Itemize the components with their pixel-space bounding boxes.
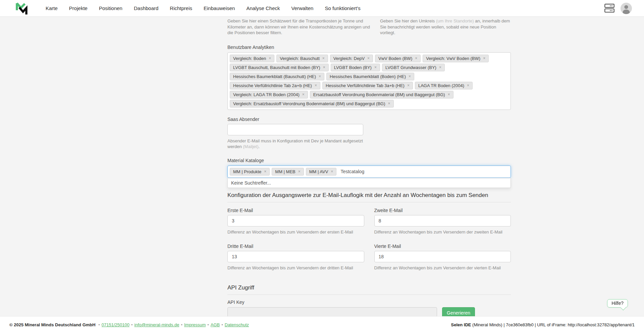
nav-item-karte[interactable]: Karte (46, 5, 58, 11)
catalog-tag-label: MM | AVV (309, 169, 328, 175)
footer-separator: • (131, 322, 133, 327)
footer: © 2025 Mineral Minds Deutschland GmbH •0… (0, 316, 644, 333)
tag-remove-icon[interactable]: × (483, 56, 485, 61)
email-field-label: Zweite E-Mail (374, 208, 511, 213)
analytics-tag: Vergleich: VwV Boden (BW)× (423, 55, 489, 62)
email-config-divider (227, 202, 511, 202)
analytics-tag-label: LVGBT Grundwasser (BY) (385, 65, 436, 70)
email-field-help: Differenz an Wochentagen bis zum Versend… (227, 265, 364, 271)
nav-item-projekte[interactable]: Projekte (69, 5, 88, 11)
saas-help-muted: (Mailjet) (243, 144, 258, 149)
footer-link-agb[interactable]: AGB (211, 322, 220, 327)
material-catalogs-multiselect[interactable]: MM | Produkte×MM | MEB×MM | AVV×Testcata… (227, 165, 511, 178)
tag-remove-icon[interactable]: × (448, 92, 450, 97)
email-field-help: Differenz an Wochentagen bis zum Versend… (374, 229, 511, 235)
ide-name: Selen IDE (451, 322, 471, 327)
saas-sender-input[interactable] (227, 124, 363, 135)
catalog-tag: MM | MEB× (272, 168, 304, 176)
analytics-label: Benutzbare Analytiken (227, 45, 511, 50)
zweite-e-mail-input[interactable] (374, 215, 511, 226)
tag-remove-icon[interactable]: × (367, 56, 370, 61)
help-bubble-label: Hilfe? (611, 301, 624, 306)
analytics-tag: VwV Boden (BW)× (375, 55, 421, 62)
email-field-help: Differenz an Wochentagen bis zum Versend… (374, 265, 511, 271)
tag-remove-icon[interactable]: × (409, 74, 411, 79)
email-field-label: Dritte E-Mail (227, 244, 364, 249)
email-config-heading: Konfiguration der Ausgangswerte zur E-Ma… (227, 192, 511, 199)
analytics-tag-label: LAGA TR Boden (2004) (418, 83, 464, 88)
nav-item-positionen[interactable]: Positionen (99, 5, 122, 11)
tag-remove-icon[interactable]: × (407, 83, 410, 88)
tenant-settings-page: Geben Sie hier einen Schätzwert für die … (0, 17, 644, 316)
analytics-tag-label: Vergleich: Bauschutt (280, 56, 320, 61)
tag-remove-icon[interactable]: × (322, 56, 325, 61)
analytics-tag: LAGA TR Boden (2004)× (415, 82, 473, 89)
saas-sender-label: Saas Absender (227, 117, 511, 122)
analytics-tag: Vergleich: Ersatzbaustoff Verordnung Bod… (230, 100, 394, 108)
app-logo[interactable] (15, 2, 28, 15)
footer-separator: • (181, 322, 182, 327)
footer-link-impressum[interactable]: Impressum (184, 322, 206, 327)
analytics-tag: Hessisches Baumerkblatt (Bauschutt) (HE)… (230, 73, 324, 80)
dritte-e-mail-input[interactable] (227, 251, 364, 262)
email-field-zweite-e-mail: Zweite E-MailDifferenz an Wochentagen bi… (374, 208, 511, 235)
analytics-tag: Vergleich: Bauschutt× (276, 55, 328, 62)
tag-remove-icon[interactable]: × (331, 169, 333, 175)
iframe-status-text: Selen IDE (Mineral Minds) | 7ce360e83fb0… (451, 322, 635, 327)
analytics-tag: LVGBT Bauschutt, Bauschutt mit Boden (BY… (230, 64, 329, 71)
tag-remove-icon[interactable]: × (302, 92, 305, 97)
tag-remove-icon[interactable]: × (298, 169, 301, 175)
tag-remove-icon[interactable]: × (467, 83, 469, 88)
api-key-row: Generieren (227, 305, 511, 317)
tag-remove-icon[interactable]: × (388, 101, 390, 107)
radius-help-text: Geben Sie hier den Umkreis (um Ihre Stan… (380, 18, 511, 36)
help-bubble-button[interactable]: Hilfe? (607, 299, 628, 308)
vierte-e-mail-input[interactable] (374, 251, 511, 262)
tag-remove-icon[interactable]: × (415, 56, 417, 61)
material-catalogs-label: Material Kataloge (227, 158, 511, 163)
tag-remove-icon[interactable]: × (315, 83, 317, 88)
tag-remove-icon[interactable]: × (374, 65, 377, 70)
analytics-tag: LVGBT Boden (BY)× (331, 64, 380, 71)
catalog-tag-label: MM | Produkte (233, 169, 261, 175)
tag-remove-icon[interactable]: × (264, 169, 266, 175)
analytics-tag: LVGBT Grundwasser (BY)× (382, 64, 445, 71)
nav-item-so-funktioniert-s[interactable]: So funktioniert's (325, 5, 360, 11)
footer-separator: • (207, 322, 209, 327)
analytics-tag-label: Hessische Verfüllrichtlinie Tab 3a+b (HE… (326, 83, 405, 88)
tag-remove-icon[interactable]: × (323, 65, 325, 70)
email-field-vierte-e-mail: Vierte E-MailDifferenz an Wochentagen bi… (374, 244, 511, 271)
top-nav: KarteProjektePositionenDashboardRichtpre… (0, 0, 644, 17)
nav-item-dashboard[interactable]: Dashboard (134, 5, 158, 11)
nav-item-einbauweisen[interactable]: Einbauweisen (204, 5, 235, 11)
radius-help-muted: (um Ihre Standorte) (436, 18, 474, 23)
footer-separator: • (98, 322, 100, 327)
analytics-tag-label: Hessisches Baumerkblatt (Boden) (HE) (330, 74, 406, 79)
tag-remove-icon[interactable]: × (439, 65, 441, 70)
analytics-tag-label: Vergleich: Ersatzbaustoff Verordnung Bod… (233, 101, 385, 107)
analytics-tag-label: Vergleich: DepV (333, 56, 365, 61)
nav-item-analyse-check[interactable]: Analyse Check (246, 5, 280, 11)
analytics-tag: Vergleich: DepV× (330, 55, 373, 62)
server-rack-icon[interactable] (604, 4, 614, 13)
analytics-tag: Ersatzbaustoff Verordnung Bodenmaterial … (310, 91, 453, 98)
nav-item-richtpreis[interactable]: Richtpreis (170, 5, 192, 11)
analytics-tag-label: VwV Boden (BW) (378, 56, 412, 61)
email-fields-grid: Erste E-MailDifferenz an Wochentagen bis… (227, 208, 511, 271)
footer-separator: • (221, 322, 223, 327)
api-access-divider (227, 294, 511, 295)
footer-link-info-mineral-minds-de[interactable]: info@mineral-minds.de (135, 322, 179, 327)
catalog-tag: MM | AVV× (306, 168, 337, 176)
email-field-dritte-e-mail: Dritte E-MailDifferenz an Wochentagen bi… (227, 244, 364, 271)
user-avatar[interactable] (621, 3, 632, 14)
footer-link-datenschutz[interactable]: Datenschutz (225, 322, 249, 327)
nav-item-verwalten[interactable]: Verwalten (291, 5, 314, 11)
tag-remove-icon[interactable]: × (269, 56, 271, 61)
tag-remove-icon[interactable]: × (319, 74, 321, 79)
analytics-multiselect[interactable]: Vergleich: Boden×Vergleich: Bauschutt×Ve… (227, 52, 511, 110)
erste-e-mail-input[interactable] (227, 215, 364, 226)
footer-link-07151-250100[interactable]: 07151/250100 (102, 322, 129, 327)
no-results-item: Keine Suchtreffer... (228, 178, 511, 188)
generate-api-key-button[interactable]: Generieren (442, 307, 475, 317)
analytics-tag: Hessische Verfüllrichtlinie Tab 3a+b (HE… (322, 82, 413, 89)
